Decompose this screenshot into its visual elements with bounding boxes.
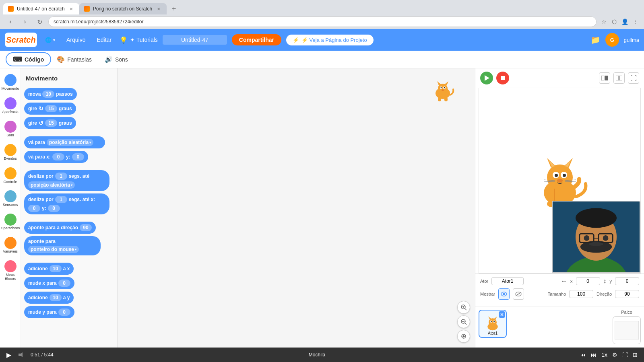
block-gire-cw-input[interactable] [45, 105, 57, 112]
block-va-para[interactable]: vá para posição aleatória ▾ [24, 136, 105, 148]
expand-icon[interactable]: ⊞ [633, 352, 638, 358]
tab-close-2[interactable]: ✕ [155, 6, 162, 12]
actor-name-input[interactable] [491, 277, 524, 285]
zoom-in-button[interactable] [457, 301, 470, 314]
direction-input[interactable] [615, 290, 639, 298]
speaker-icon[interactable] [18, 352, 24, 358]
block-gire-cw[interactable]: gire ↻ graus [24, 103, 76, 115]
size-input[interactable] [569, 290, 593, 298]
block-va-para-xy-text2: y: [66, 154, 70, 160]
block-adicione-x[interactable]: adicione a x [24, 263, 74, 275]
zoom-fit-button[interactable] [457, 330, 470, 343]
view-project-button[interactable]: ⚡ ⚡ Veja a Página do Projeto [286, 35, 374, 45]
category-sensores[interactable]: Sensores [0, 188, 21, 210]
category-aparencia[interactable]: Aparência [0, 95, 21, 117]
block-aponte-direcao-input[interactable] [80, 224, 92, 231]
fast-forward-icon[interactable]: ⏭ [591, 352, 597, 358]
block-deslize-ate[interactable]: deslize por segs. até posição aleatória … [24, 170, 109, 191]
block-deslize-xy-input1[interactable] [55, 196, 67, 203]
fullscreen-stage-button[interactable] [628, 72, 639, 84]
account-icon[interactable]: 👤 [621, 18, 629, 26]
block-mude-y[interactable]: mude y para [24, 306, 74, 318]
block-mova[interactable]: mova passos [24, 88, 77, 100]
skip-back-icon[interactable]: ⏮ [580, 352, 586, 358]
globe-language-button[interactable]: 🌐 ▾ [42, 35, 58, 45]
block-deslize-xy-y-input[interactable] [48, 205, 60, 212]
editar-menu[interactable]: Editar [93, 35, 115, 45]
svg-line-16 [465, 323, 466, 325]
folder-icon[interactable]: 📁 [590, 35, 601, 45]
address-bar[interactable]: scratch.mit.edu/projects/583592724/edito… [48, 16, 597, 27]
user-avatar[interactable]: G [605, 33, 619, 47]
tab-close-1[interactable]: ✕ [68, 6, 74, 12]
extensions-icon[interactable]: ⬡ [610, 18, 618, 26]
block-gire-ccw-input[interactable] [45, 119, 57, 127]
show-hidden-button[interactable] [513, 288, 524, 300]
block-gire-ccw[interactable]: gire ↺ graus [24, 117, 76, 129]
block-mude-y-input[interactable] [58, 309, 70, 316]
block-aponte-para-dropdown[interactable]: ponteiro do mouse ▾ [28, 246, 79, 253]
category-movimento[interactable]: Movimento [0, 72, 21, 93]
block-mude-x[interactable]: mude x para [24, 277, 74, 289]
category-controle[interactable]: Controle [0, 165, 21, 187]
category-som[interactable]: Som [0, 118, 21, 140]
large-stage-button[interactable] [613, 72, 625, 84]
show-visible-button[interactable] [498, 288, 510, 300]
block-deslize-ate-input[interactable] [55, 173, 67, 180]
zoom-out-button[interactable] [457, 315, 470, 328]
block-va-para-dropdown[interactable]: posição aleatória ▾ [47, 139, 93, 146]
category-eventos[interactable]: Eventos [0, 142, 21, 163]
fullscreen-icon[interactable]: ⛶ [622, 352, 628, 358]
block-va-para-y-input[interactable] [72, 153, 84, 160]
block-deslize-xy[interactable]: deslize por segs. até x: y: [24, 193, 109, 214]
tab-sons[interactable]: 🔊 Sons [98, 53, 134, 66]
svg-marker-22 [485, 75, 489, 81]
stage-backdrop-thumb[interactable] [613, 316, 641, 344]
scratch-logo[interactable]: Scratch [5, 33, 37, 47]
speed-label[interactable]: 1x [601, 352, 607, 358]
share-button[interactable]: Compartilhar [232, 34, 281, 45]
svg-marker-64 [488, 317, 491, 319]
forward-button[interactable]: › [19, 16, 31, 27]
block-aponte-direcao[interactable]: aponte para a direção [24, 222, 96, 234]
tutorials-btn[interactable]: 💡 ✦ Tutorials [120, 36, 158, 44]
project-name-input[interactable] [163, 35, 227, 45]
block-mude-x-input[interactable] [58, 280, 70, 287]
refresh-button[interactable]: ↻ [34, 16, 45, 27]
new-tab-button[interactable]: + [168, 3, 180, 14]
stop-button[interactable] [496, 72, 509, 84]
block-adicione-x-input[interactable] [50, 265, 62, 272]
block-aponte-para[interactable]: aponte para ponteiro do mouse ▾ [24, 236, 101, 255]
arquivo-menu[interactable]: Arquivo [63, 35, 89, 45]
category-operadores[interactable]: Operadores [0, 211, 21, 233]
tab-fantasias[interactable]: 🎨 Fantasias [50, 53, 98, 66]
stage-panel: Ator ↔ x ↕ y Mostrar [475, 68, 644, 348]
palco-area: Palco [613, 310, 641, 344]
green-flag-button[interactable] [480, 72, 493, 84]
settings-icon[interactable]: ⚙ [612, 352, 617, 358]
sprite-thumb-ator1[interactable]: Ator1 [479, 310, 507, 338]
block-va-para-x-input[interactable] [52, 153, 64, 160]
block-mova-input[interactable] [42, 90, 54, 98]
browser-tab-2[interactable]: Pong no scratch on Scratch ✕ [79, 3, 167, 14]
sprite-delete-button[interactable] [499, 311, 505, 318]
menu-icon[interactable]: ⋮ [631, 18, 639, 26]
small-stage-button[interactable] [599, 72, 610, 84]
block-adicione-y[interactable]: adicione a y [24, 292, 74, 304]
category-variaveis[interactable]: Variáveis [0, 234, 21, 256]
block-deslize-ate-dropdown[interactable]: posição aleatória ▾ [28, 181, 75, 189]
block-deslize-xy-x-input[interactable] [28, 205, 40, 212]
browser-tab-1[interactable]: Untitled-47 on Scratch ✕ [3, 3, 79, 14]
bookmark-icon[interactable]: ☆ [600, 18, 608, 26]
mochila-label[interactable]: Mochila [60, 352, 574, 358]
svg-point-69 [493, 321, 495, 322]
category-meus-blocos[interactable]: Meus Blocos [0, 258, 21, 284]
play-pause-button[interactable]: ▶ [6, 351, 11, 359]
x-input[interactable] [576, 277, 600, 285]
code-area[interactable] [118, 68, 475, 348]
back-button[interactable]: ‹ [5, 16, 16, 27]
tab-codigo[interactable]: ⌨ Código [6, 53, 50, 66]
block-adicione-y-input[interactable] [50, 294, 62, 301]
block-va-para-xy[interactable]: vá para x: y: [24, 151, 88, 163]
y-input[interactable] [615, 277, 639, 285]
